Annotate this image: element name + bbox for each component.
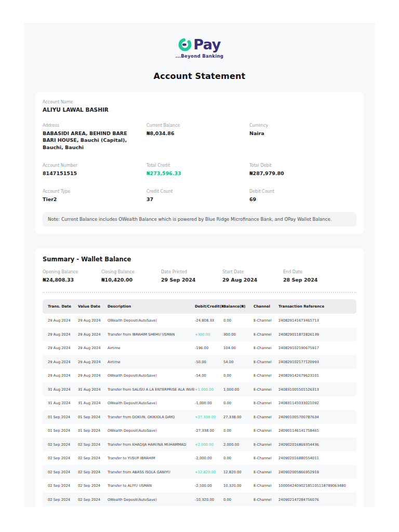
cell-channel: E-Channel [254, 498, 278, 502]
cell-description: Transfer from SALISU A LA ENTERPRISE ALA… [108, 388, 195, 392]
cell-trans-date: 29 Aug 2024 [48, 318, 78, 323]
opay-logo-text: Pay [193, 36, 221, 52]
transaction-row: 02 Sep 2024 02 Sep 2024 OWealth Deposit(… [43, 493, 356, 507]
account-name-value: ALIYU LAWAL BASHIR [43, 107, 356, 113]
cell-trans-date: 31 Aug 2024 [48, 401, 78, 405]
field-date-printed: Date Printed 29 Sep 2024 [161, 270, 222, 283]
cell-description: Transfer to YUSUF IBRAHIM [108, 456, 195, 460]
account-info-card: Account Name ALIYU LAWAL BASHIR Address … [35, 92, 364, 234]
balance-note: Note: Current Balance includes OWealth B… [43, 212, 356, 227]
cell-debit-credit: -10,320.00 [195, 498, 223, 502]
cell-debit-credit: +2,000.00 [195, 443, 223, 447]
cell-balance: 0.00 [223, 318, 254, 323]
transaction-row: 29 Aug 2024 29 Aug 2024 OWealth Deposit(… [43, 369, 356, 383]
field-account-type: Account Type Tier2 [43, 189, 147, 203]
cell-balance: 0.00 [223, 401, 254, 405]
cell-value-date: 29 Aug 2024 [78, 360, 108, 364]
cell-value-date: 02 Sep 2024 [78, 443, 108, 447]
cell-trans-date: 02 Sep 2024 [48, 456, 78, 460]
cell-channel: E-Channel [254, 388, 278, 392]
transaction-row: 29 Aug 2024 29 Aug 2024 OWealth Deposit(… [43, 314, 356, 328]
dotted-divider [43, 292, 356, 293]
cell-channel: E-Channel [254, 429, 278, 433]
transaction-row: 29 Aug 2024 29 Aug 2024 Transfer from IB… [43, 327, 356, 341]
cell-value-date: 01 Sep 2024 [78, 415, 108, 419]
cell-balance: 0.00 [223, 456, 254, 460]
cell-debit-credit: -27,338.00 [195, 429, 223, 433]
col-description: Description [108, 304, 195, 309]
field-credit-count: Credit Count 37 [147, 189, 249, 203]
cell-description: Transfer from ABASS ISOLA GANIYU [108, 470, 195, 474]
cell-description: Airtime [108, 346, 195, 350]
cell-value-date: 02 Sep 2024 [78, 498, 108, 502]
cell-value-date: 29 Aug 2024 [78, 374, 108, 378]
transaction-row: 02 Sep 2024 02 Sep 2024 Transfer to YUSU… [43, 451, 356, 466]
cell-trans-date: 02 Sep 2024 [48, 498, 78, 502]
cell-channel: E-Channel [254, 374, 278, 378]
field-closing-balance: Closing Balance ₦10,420.00 [101, 270, 161, 283]
cell-description: Transfer from KHADIJA HARUNA MUHAMMAD [108, 443, 195, 447]
cell-transaction-reference: 240902005866952919 [278, 470, 351, 474]
cell-value-date: 01 Sep 2024 [78, 429, 108, 433]
cell-value-date: 31 Aug 2024 [78, 388, 108, 392]
cell-value-date: 29 Aug 2024 [78, 346, 108, 350]
cell-channel: E-Channel [254, 484, 278, 488]
cell-trans-date: 01 Sep 2024 [48, 429, 78, 433]
opay-logo: Pay ...Beyond Banking [24, 36, 375, 59]
cell-balance: 27,338.00 [223, 415, 254, 419]
summary-heading: Summary - Wallet Balance [43, 256, 356, 263]
transaction-row: 31 Aug 2024 31 Aug 2024 Transfer from SA… [43, 382, 356, 396]
cell-balance: 0.00 [223, 498, 254, 502]
cell-trans-date: 02 Sep 2024 [48, 484, 78, 488]
field-debit-count: Debit Count 69 [249, 189, 356, 203]
cell-trans-date: 02 Sep 2024 [48, 443, 78, 447]
transaction-row: 01 Sep 2024 01 Sep 2024 OWealth Deposit(… [43, 424, 356, 438]
cell-description: OWealth Deposit(AutoSave) [108, 401, 195, 405]
transaction-row: 02 Sep 2024 02 Sep 2024 Transfer from KH… [43, 437, 356, 451]
cell-value-date: 31 Aug 2024 [78, 401, 108, 405]
cell-channel: E-Channel [254, 470, 278, 474]
cell-debit-credit: -1,000.00 [195, 401, 223, 405]
cell-debit-credit: +12,820.00 [195, 470, 223, 474]
cell-value-date: 02 Sep 2024 [78, 470, 108, 474]
cell-channel: E-Channel [254, 443, 278, 447]
cell-balance: 300.00 [223, 332, 254, 337]
cell-trans-date: 29 Aug 2024 [48, 360, 78, 364]
cell-description: OWealth Deposit(AutoSave) [108, 318, 195, 323]
page-title: Account Statement [24, 71, 375, 81]
cell-value-date: 29 Aug 2024 [78, 332, 108, 337]
cell-trans-date: 02 Sep 2024 [48, 470, 78, 474]
cell-balance: 1,000.00 [223, 388, 254, 392]
field-total-debit: Total Debit ₦287,979.80 [249, 163, 356, 177]
cell-transaction-reference: 240902016869354436 [278, 443, 351, 447]
cell-balance: 0.00 [223, 374, 254, 378]
cell-channel: E-Channel [254, 401, 278, 405]
cell-description: Transfer from IBRAHIM SHEHU USMAN [108, 332, 195, 337]
col-value-date: Value Date [78, 304, 108, 309]
cell-transaction-reference: 240902147284756076 [278, 498, 351, 502]
cell-transaction-reference: 240829142679623101 [278, 374, 351, 378]
cell-debit-credit: +300.00 [195, 332, 223, 337]
cell-debit-credit: -54.00 [195, 374, 223, 378]
transaction-row: 29 Aug 2024 29 Aug 2024 Airtime -196.00 … [43, 341, 356, 355]
cell-transaction-reference: 100004240902185105118789063480 [278, 484, 351, 488]
statement-page: Pay ...Beyond Banking Account Statement … [24, 23, 375, 507]
cell-trans-date: 29 Aug 2024 [48, 332, 78, 337]
cell-transaction-reference: 240901146141758465 [278, 429, 351, 433]
field-account-number: Account Number 8147151515 [43, 163, 147, 177]
cell-transaction-reference: 240831145033021092 [278, 401, 351, 405]
cell-description: OWealth Deposit(AutoSave) [108, 429, 195, 433]
cell-debit-credit: -2,500.00 [195, 484, 223, 488]
field-currency: Currency Naira [249, 123, 356, 151]
transaction-row: 03 Sep 2024 03 Sep 2024 Transfer from HA… [43, 507, 356, 507]
col-debit-credit: Debit/Credit(₦) [195, 304, 223, 309]
col-trans-date: Trans. Date [48, 304, 78, 309]
cell-balance: 12,820.00 [223, 470, 254, 474]
cell-channel: E-Channel [254, 318, 278, 323]
cell-channel: E-Channel [254, 456, 278, 460]
transaction-row: 31 Aug 2024 31 Aug 2024 OWealth Deposit(… [43, 396, 356, 410]
transaction-table-header: Trans. Date Value Date Description Debit… [43, 299, 356, 314]
cell-channel: E-Channel [254, 360, 278, 364]
cell-trans-date: 29 Aug 2024 [48, 374, 78, 378]
cell-transaction-reference: 240902016880554011 [278, 456, 351, 460]
